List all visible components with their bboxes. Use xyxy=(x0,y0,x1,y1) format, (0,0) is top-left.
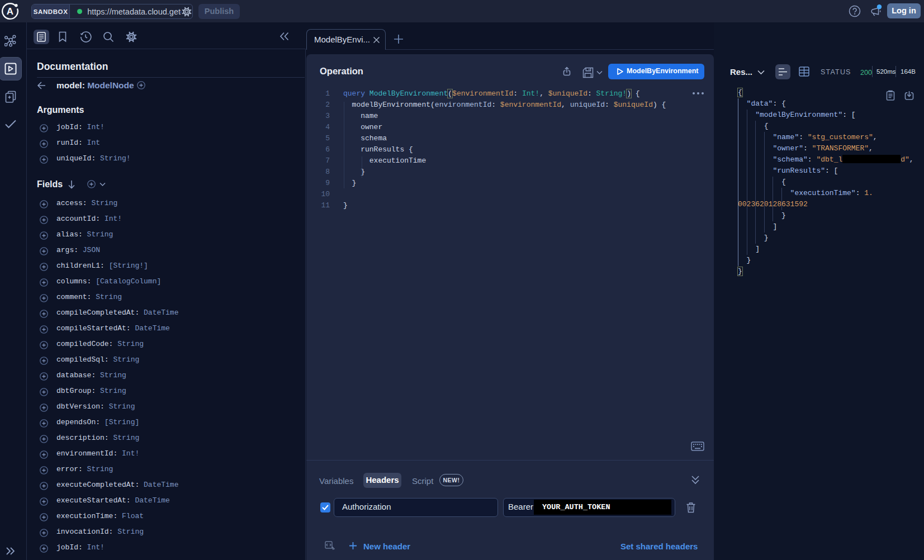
svg-text:A: A xyxy=(7,6,13,17)
